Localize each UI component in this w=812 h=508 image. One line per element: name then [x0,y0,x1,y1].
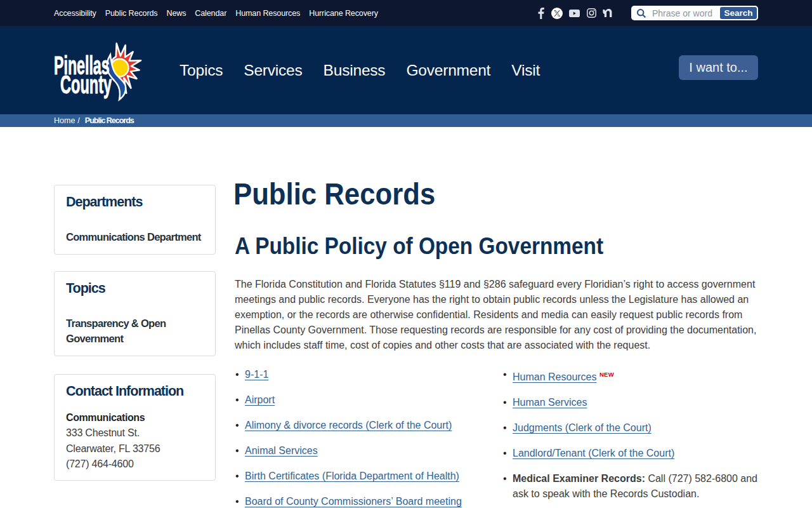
svg-text:County: County [60,70,112,98]
